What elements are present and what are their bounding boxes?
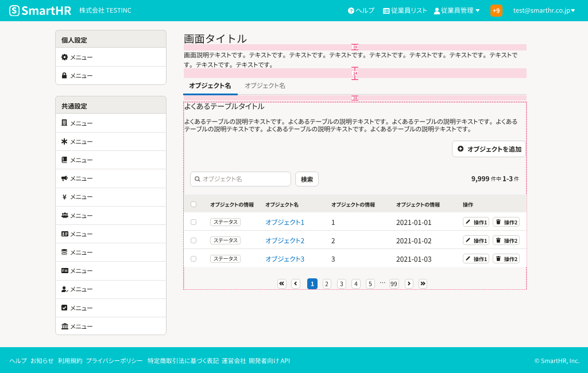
svg-text:?: ? bbox=[350, 8, 353, 14]
